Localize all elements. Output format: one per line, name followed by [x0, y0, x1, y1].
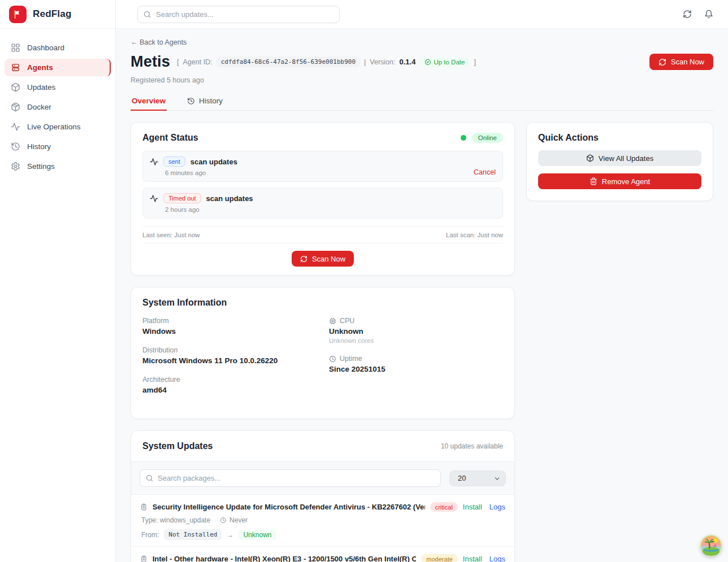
agent-id-value: cdfdfa84-68c6-47a2-8f56-639e001bb900 [216, 56, 360, 67]
sidebar-item-label: Settings [27, 162, 55, 171]
system-updates-title: System Updates [142, 441, 213, 451]
logs-link[interactable]: Logs [489, 555, 505, 562]
tab-overview[interactable]: Overview [131, 97, 167, 110]
sidebar-item-updates[interactable]: Updates [5, 79, 111, 96]
redflag-logo-icon [9, 6, 27, 23]
system-information-title: System Information [142, 298, 503, 308]
activity-text: scan updates [206, 194, 253, 203]
search-icon [143, 10, 151, 19]
sidebar-item-dashboard[interactable]: Dashboard [5, 39, 111, 56]
sidebar-item-label: Updates [27, 83, 55, 92]
update-title: Intel - Other hardware - Intel(R) Xeon(R… [153, 555, 417, 562]
arrow-right-icon: → [227, 531, 233, 539]
severity-badge: moderate [421, 554, 457, 562]
registered-text: Registered 5 hours ago [131, 76, 713, 84]
update-row: Intel - Other hardware - Intel(R) Xeon(R… [131, 547, 514, 562]
version-label: Version: [370, 58, 395, 66]
to-version-chip: Unknown [239, 530, 276, 540]
activity-time: 2 hours ago [165, 206, 496, 213]
updates-count: 10 updates available [441, 442, 503, 450]
online-status-dot [461, 135, 466, 141]
version-value: 0.1.4 [399, 58, 415, 66]
cpu-cores-value: Unknown cores [329, 337, 503, 344]
scan-now-button[interactable]: Scan Now [292, 251, 354, 267]
uptime-value: Since 20251015 [329, 365, 503, 373]
activity-item: Timed out scan updates 2 hours ago [142, 188, 503, 219]
from-version-chip: Not Installed [164, 529, 222, 540]
sidebar-item-docker[interactable]: Docker [5, 98, 111, 116]
check-circle-icon [424, 59, 431, 66]
activity-time: 6 minutes ago [165, 169, 496, 176]
sidebar-item-agents[interactable]: Agents [5, 59, 111, 76]
brand: RedFlag [0, 0, 115, 29]
sidebar-item-label: Dashboard [27, 43, 64, 52]
clipboard-icon [140, 503, 148, 511]
updates-toolbar: 20 [131, 461, 514, 495]
last-seen-text: Last seen: Just now [142, 232, 200, 238]
install-link[interactable]: Install [463, 555, 482, 562]
up-to-date-badge: Up to Date [419, 57, 470, 67]
agent-status-card: Agent Status Online sent scan updates [131, 122, 515, 276]
tab-history[interactable]: History [186, 97, 224, 110]
architecture-label: Architecture [142, 376, 329, 384]
sidebar-nav: Dashboard Agents Updates Docker Live Ope… [0, 29, 115, 185]
global-search [137, 6, 340, 23]
install-link[interactable]: Install [463, 503, 482, 511]
sidebar-item-label: Docker [27, 103, 51, 111]
distribution-value: Microsoft Windows 11 Pro 10.0.26220 [142, 356, 329, 365]
platform-value: Windows [142, 327, 329, 336]
sidebar-item-history[interactable]: History [5, 138, 111, 155]
sidebar: RedFlag Dashboard Agents Updates Docker … [0, 0, 116, 562]
refresh-icon[interactable] [683, 10, 692, 19]
package-icon [586, 154, 594, 162]
server-icon [11, 63, 20, 72]
cpu-icon [329, 317, 336, 325]
box-icon [11, 102, 20, 112]
sidebar-item-label: Agents [27, 63, 53, 72]
history-icon [187, 97, 195, 105]
last-scan-text: Last scan: Just now [446, 232, 503, 238]
sidebar-item-live-operations[interactable]: Live Operations [5, 118, 111, 136]
clock-icon [329, 355, 336, 363]
agent-status-title: Agent Status [142, 133, 198, 143]
from-label: From: [141, 531, 159, 539]
island-icon [700, 535, 722, 556]
bracket: [ [177, 58, 179, 66]
logs-link[interactable]: Logs [489, 503, 505, 511]
agent-meta: [ Agent ID: cdfdfa84-68c6-47a2-8f56-639e… [177, 56, 476, 67]
island-floating-button[interactable] [700, 535, 722, 556]
agent-detail-page: ← Back to Agents Metis [ Agent ID: cdfdf… [116, 29, 728, 562]
bell-icon[interactable] [704, 10, 713, 19]
trash-icon [590, 177, 597, 185]
update-row: Security Intelligence Update for Microso… [131, 495, 514, 547]
page-size-select[interactable]: 20 [449, 470, 506, 486]
system-updates-card: System Updates 10 updates available 20 [131, 430, 515, 562]
platform-label: Platform [142, 317, 329, 325]
search-input[interactable] [137, 6, 340, 23]
status-badge: sent [163, 156, 185, 167]
bracket: ] [474, 58, 475, 66]
quick-actions-title: Quick Actions [538, 133, 701, 143]
update-title: Security Intelligence Update for Microso… [153, 503, 425, 511]
online-badge: Online [472, 133, 503, 143]
package-search-input[interactable] [140, 469, 441, 487]
view-all-updates-button[interactable]: View All Updates [538, 150, 701, 166]
system-information-card: System Information Platform Windows Dist… [131, 287, 515, 419]
history-icon [11, 142, 20, 151]
activity-text: scan updates [190, 158, 237, 166]
cpu-label: CPU [340, 317, 354, 325]
search-icon [145, 474, 154, 482]
cancel-link[interactable]: Cancel [474, 168, 496, 176]
app-title: RedFlag [33, 8, 71, 20]
tab-bar: Overview History [131, 97, 713, 111]
remove-agent-button[interactable]: Remove Agent [538, 173, 701, 189]
scan-now-button[interactable]: Scan Now [649, 54, 713, 70]
package-icon [11, 82, 20, 92]
clipboard-icon [140, 555, 148, 562]
quick-actions-card: Quick Actions View All Updates Remove Ag… [526, 122, 713, 201]
cpu-value: Unknown [329, 327, 503, 336]
back-to-agents-link[interactable]: ← Back to Agents [131, 38, 187, 46]
refresh-icon [300, 255, 307, 263]
sidebar-item-settings[interactable]: Settings [5, 158, 111, 175]
sidebar-item-label: History [27, 142, 51, 151]
